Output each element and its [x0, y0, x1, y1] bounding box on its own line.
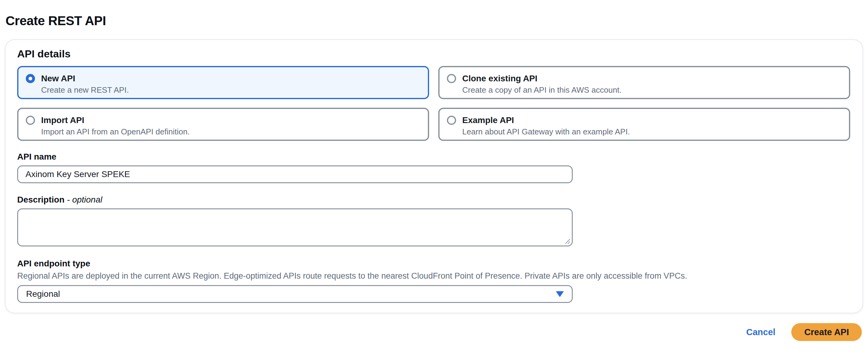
resize-handle-icon[interactable] [563, 237, 570, 244]
api-name-field: API name [17, 152, 850, 183]
api-name-input[interactable] [17, 165, 573, 183]
api-details-panel: API details New API Create a new REST AP… [5, 39, 863, 313]
tile-description: Learn about API Gateway with an example … [462, 127, 630, 136]
tile-label: Example API [462, 115, 630, 126]
tile-text: Import API Import an API from an OpenAPI… [41, 115, 190, 136]
radio-dot [450, 119, 453, 122]
description-optional-text: - optional [67, 195, 102, 204]
tile-text: Clone existing API Create a copy of an A… [462, 73, 622, 95]
tile-text: New API Create a new REST API. [41, 73, 129, 95]
radio-button-icon[interactable] [26, 116, 35, 125]
api-type-tile-example[interactable]: Example API Learn about API Gateway with… [438, 108, 850, 141]
tile-description: Create a new REST API. [41, 85, 129, 95]
api-name-label: API name [17, 152, 57, 161]
tile-label: New API [41, 73, 129, 84]
description-label-text: Description [17, 195, 64, 204]
form-actions: Cancel Create API [5, 323, 863, 341]
description-field: Description- optional [17, 195, 850, 247]
create-api-button[interactable]: Create API [791, 323, 862, 341]
endpoint-type-selected-value: Regional [26, 289, 60, 299]
cancel-button[interactable]: Cancel [746, 327, 775, 337]
tile-description: Create a copy of an API in this AWS acco… [462, 85, 622, 95]
description-label: Description- optional [17, 195, 102, 204]
endpoint-type-select[interactable]: Regional [17, 285, 573, 303]
api-type-tile-import[interactable]: Import API Import an API from an OpenAPI… [17, 108, 429, 141]
api-type-tile-group: New API Create a new REST API. Clone exi… [17, 66, 850, 141]
tile-label: Import API [41, 115, 190, 126]
radio-dot [29, 77, 32, 80]
endpoint-type-label: API endpoint type [17, 259, 90, 268]
endpoint-type-field: API endpoint type Regional APIs are depl… [17, 259, 850, 303]
radio-button-selected-icon[interactable] [26, 74, 35, 83]
radio-dot [29, 119, 32, 122]
radio-button-icon[interactable] [447, 74, 456, 83]
radio-button-icon[interactable] [447, 116, 456, 125]
api-type-tile-new[interactable]: New API Create a new REST API. [17, 66, 429, 99]
endpoint-type-help-text: Regional APIs are deployed in the curren… [17, 271, 850, 281]
api-type-tile-clone[interactable]: Clone existing API Create a copy of an A… [438, 66, 850, 99]
chevron-down-icon [556, 291, 564, 297]
tile-label: Clone existing API [462, 73, 622, 84]
tile-description: Import an API from an OpenAPI definition… [41, 127, 190, 136]
tile-text: Example API Learn about API Gateway with… [462, 115, 630, 136]
panel-heading: API details [17, 48, 850, 60]
description-textarea-wrap [17, 208, 573, 247]
description-textarea[interactable] [17, 208, 573, 247]
radio-dot [450, 77, 453, 80]
page-title: Create REST API [5, 13, 863, 28]
